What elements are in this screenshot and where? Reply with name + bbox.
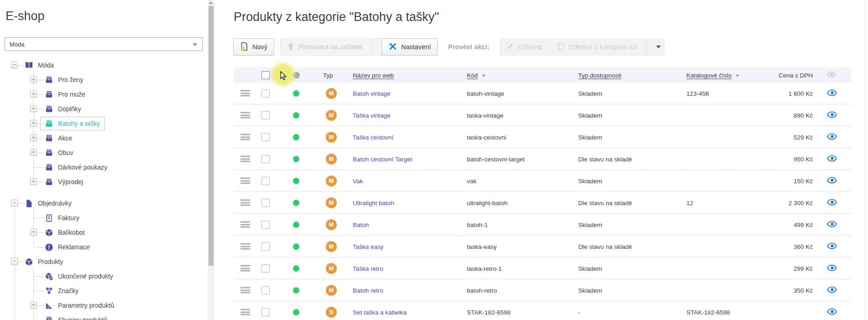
eye-icon[interactable] [827, 133, 837, 141]
new-button[interactable]: Nový [233, 38, 274, 56]
tree-item-label[interactable]: Parametry produktů [58, 302, 114, 309]
sort-chevron-down-icon[interactable] [482, 74, 486, 77]
tree-item[interactable]: + Batohy a tašky [0, 116, 206, 131]
tree-item-label[interactable]: Objednávky [38, 200, 72, 207]
tree-item[interactable]: + Akce [0, 131, 206, 145]
main-scrollbar[interactable] [865, 0, 868, 320]
sort-chevron-down-icon[interactable] [736, 74, 739, 77]
product-name-link[interactable]: Batoh vintage [353, 90, 391, 97]
edit-button[interactable]: Editovat [500, 38, 549, 56]
drag-handle[interactable] [241, 242, 250, 251]
eye-icon[interactable] [827, 243, 837, 251]
tree-expander[interactable]: + [30, 91, 37, 98]
row-checkbox[interactable] [261, 286, 270, 294]
tree-expander[interactable]: + [30, 120, 37, 127]
column-header-name[interactable]: Název pro web [353, 72, 394, 78]
drag-handle[interactable] [241, 220, 250, 229]
tree-item[interactable]: − Móda [0, 58, 206, 72]
tree-item[interactable]: Faktury [0, 211, 206, 225]
tree-item-label[interactable]: Výprodej [58, 178, 83, 186]
tree-expander[interactable]: + [30, 302, 37, 309]
row-checkbox[interactable] [261, 89, 270, 98]
product-name-link[interactable]: Batoh retro [353, 287, 383, 294]
tree-item-label[interactable]: Značky [58, 287, 78, 294]
row-checkbox[interactable] [261, 155, 270, 163]
tree-item[interactable]: + Pro ženy [0, 72, 206, 87]
product-name-link[interactable]: Taška easy [353, 243, 384, 250]
tree-item-label[interactable]: Akce [58, 134, 72, 142]
tree-item[interactable]: xyz Značky [0, 284, 206, 298]
product-name-link[interactable]: Vak [353, 177, 363, 184]
eye-icon[interactable] [827, 177, 837, 185]
tree-item[interactable]: + Parametry produktů [0, 298, 206, 313]
tree-item[interactable]: − Produkty [0, 254, 206, 269]
product-name-link[interactable]: Taška cestovní [353, 134, 393, 140]
select-all-checkbox[interactable] [261, 71, 270, 79]
tree-expander[interactable]: + [30, 149, 37, 156]
row-checkbox[interactable] [261, 264, 270, 273]
drag-handle[interactable] [241, 264, 250, 273]
tree-item-label[interactable]: Obuv [58, 149, 73, 156]
move-to-top-button[interactable]: Přesunout na začátek [280, 38, 389, 56]
drag-handle[interactable] [241, 155, 250, 163]
eye-icon[interactable] [827, 221, 837, 229]
product-name-link[interactable]: Ultralight batoh [353, 199, 394, 206]
drag-handle[interactable] [241, 198, 250, 207]
tree-item[interactable]: + Doplňky [0, 102, 206, 116]
eye-icon[interactable] [827, 199, 837, 207]
tree-item-label[interactable]: Produkty [38, 258, 63, 265]
tree-item-label[interactable]: Pro muže [58, 91, 85, 98]
tree-expander[interactable]: − [11, 200, 18, 206]
product-name-link[interactable]: Taška vintage [353, 112, 391, 119]
tree-item[interactable]: Ukončené produkty [0, 269, 206, 284]
eye-icon[interactable] [827, 111, 837, 119]
product-name-link[interactable]: Batoh [353, 221, 369, 228]
eye-icon[interactable] [827, 89, 837, 98]
product-name-link[interactable]: Taška retro [353, 265, 383, 272]
eye-icon[interactable] [827, 286, 837, 294]
tree-item-label[interactable]: Doplňky [58, 105, 81, 113]
remove-from-category-dropdown[interactable] [646, 39, 664, 55]
sidebar-scrollbar-thumb[interactable] [209, 6, 214, 266]
tree-expander[interactable]: + [30, 105, 37, 112]
tree-item[interactable]: Dárkové poukazy [0, 160, 206, 175]
tree-item-label[interactable]: Pro ženy [58, 76, 83, 83]
tree-expander[interactable]: − [11, 62, 18, 68]
settings-button[interactable]: Nastavení [382, 38, 438, 56]
tree-item-label[interactable]: Dárkové poukazy [58, 164, 107, 171]
eye-icon[interactable] [827, 155, 837, 163]
tree-expander[interactable]: + [30, 134, 37, 141]
drag-handle[interactable] [241, 111, 250, 119]
tree-item[interactable]: Skupiny produktů [0, 313, 206, 320]
tree-item[interactable]: − Objednávky [0, 196, 206, 211]
tree-expander[interactable]: + [30, 178, 37, 185]
tree-item-label[interactable]: Faktury [58, 214, 79, 222]
product-name-link[interactable]: Set taška a kabelka [353, 309, 407, 315]
drag-handle[interactable] [241, 89, 250, 98]
column-header-availability[interactable]: Typ dostupnosti [578, 72, 622, 78]
drag-handle[interactable] [241, 176, 250, 185]
shop-select[interactable]: Móda [5, 37, 203, 51]
eye-icon[interactable] [827, 308, 837, 316]
row-checkbox[interactable] [261, 308, 270, 316]
tree-item-label[interactable]: Móda [38, 62, 54, 69]
tree-expander[interactable]: + [30, 76, 37, 83]
tree-item-label[interactable]: Reklamace [58, 243, 90, 251]
tree-item-label[interactable]: Skupiny produktů [58, 316, 107, 320]
tree-item-label[interactable]: Ukončené produkty [58, 273, 113, 280]
tree-item[interactable]: + Balíkobot [0, 225, 206, 240]
row-checkbox[interactable] [261, 199, 270, 207]
tree-item-label[interactable]: Balíkobot [58, 229, 84, 236]
tree-item[interactable]: Reklamace [0, 240, 206, 254]
tree-item[interactable]: + Pro muže [0, 87, 206, 102]
scroll-up-arrow-icon[interactable] [209, 1, 213, 4]
remove-from-category-button[interactable]: Odebrat z kategorie (0) [549, 38, 664, 56]
row-checkbox[interactable] [261, 133, 270, 141]
eye-icon[interactable] [827, 264, 837, 273]
tree-item[interactable]: + Obuv [0, 145, 206, 160]
drag-handle[interactable] [241, 133, 250, 141]
tree-item[interactable]: + Výprodej [0, 175, 206, 189]
row-checkbox[interactable] [261, 177, 270, 185]
row-checkbox[interactable] [261, 243, 270, 251]
row-checkbox[interactable] [261, 111, 270, 119]
